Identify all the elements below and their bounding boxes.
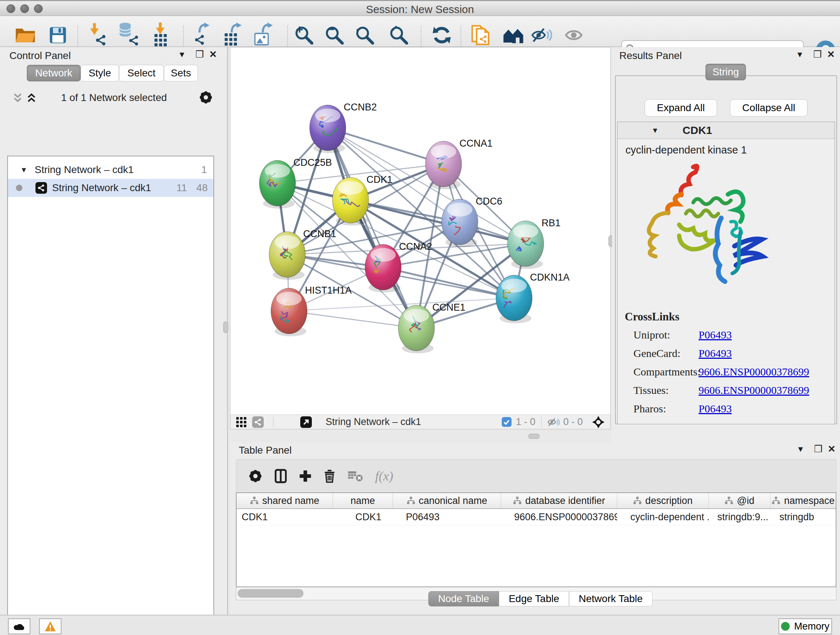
- grid-view-icon[interactable]: [236, 417, 246, 427]
- network-node-CCNA2[interactable]: CCNA2: [365, 241, 432, 293]
- warning-icon: [44, 621, 56, 632]
- selected-checkbox-icon[interactable]: [502, 417, 512, 427]
- tab-string[interactable]: String: [706, 64, 746, 80]
- delete-column-icon[interactable]: [324, 469, 335, 483]
- crosslink-value-link[interactable]: P06493: [699, 347, 732, 359]
- export-table-button[interactable]: [223, 24, 246, 47]
- gene-section-header[interactable]: ▼ CDK1: [617, 122, 835, 139]
- hide-selected-button[interactable]: [530, 24, 553, 47]
- open-in-window-icon[interactable]: [300, 416, 312, 428]
- panel-menu-icon[interactable]: ▼: [178, 50, 186, 59]
- close-panel-icon[interactable]: ✕: [828, 443, 836, 455]
- memory-label: Memory: [794, 621, 829, 632]
- hidden-eye-icon: [547, 417, 560, 427]
- collection-expand-icon[interactable]: ▼: [20, 166, 27, 174]
- node-label: CDKN1A: [530, 272, 570, 283]
- gene-name: CDK1: [683, 124, 712, 136]
- crosslink-value-link[interactable]: P06493: [699, 402, 732, 415]
- scrollbar-thumb[interactable]: [238, 589, 303, 598]
- tab-node-table[interactable]: Node Table: [428, 591, 499, 606]
- network-node-CCNB1[interactable]: CCNB1: [269, 228, 336, 280]
- section-collapse-icon[interactable]: ▼: [652, 126, 659, 135]
- birds-eye-view-icon[interactable]: [592, 416, 605, 428]
- string-network-badge-icon: [35, 182, 47, 194]
- collapse-all-button[interactable]: Collapse All: [730, 99, 807, 117]
- zoom-selected-button[interactable]: ✓: [387, 24, 410, 47]
- table-row[interactable]: CDK1 CDK1 P06493 9606.ENSP00000378699 cy…: [237, 509, 836, 525]
- column-header[interactable]: description: [617, 493, 708, 508]
- expand-all-button[interactable]: Expand All: [645, 99, 717, 117]
- network-edge[interactable]: [383, 267, 514, 298]
- network-node-CDK1[interactable]: CDK1: [332, 174, 393, 226]
- show-columns-icon[interactable]: [275, 469, 287, 483]
- column-header[interactable]: namespace: [771, 493, 836, 508]
- network-edge[interactable]: [328, 128, 416, 328]
- tab-network[interactable]: Network: [27, 65, 81, 81]
- network-options-gear-icon[interactable]: [199, 90, 213, 104]
- string-home-button[interactable]: [502, 24, 525, 47]
- export-network-button[interactable]: [192, 24, 215, 47]
- warnings-button[interactable]: [39, 618, 62, 634]
- node-label: CCNE1: [432, 302, 466, 313]
- crosslink-value-link[interactable]: 9606.ENSP00000378699: [699, 366, 809, 378]
- float-panel-icon[interactable]: ❒: [814, 443, 822, 455]
- column-header[interactable]: @id: [709, 493, 771, 508]
- memory-status-button[interactable]: Memory: [778, 618, 832, 634]
- refresh-view-button[interactable]: [430, 24, 453, 47]
- node-table[interactable]: shared name name canonical name database…: [236, 492, 836, 587]
- string-view-badge-icon[interactable]: [252, 416, 264, 428]
- crosslink-value-link[interactable]: 9606.ENSP00000378699: [699, 384, 809, 396]
- tab-network-table[interactable]: Network Table: [569, 591, 653, 606]
- network-collection-row[interactable]: ▼ String Network – cdk1 1: [8, 161, 213, 179]
- import-table-file-button[interactable]: [150, 24, 173, 47]
- left-splitter-handle[interactable]: [223, 321, 228, 333]
- network-node-CDKN1A[interactable]: CDKN1A: [496, 272, 570, 323]
- tab-sets[interactable]: Sets: [164, 65, 198, 81]
- tab-select[interactable]: Select: [119, 65, 164, 81]
- table-options-gear-icon[interactable]: [248, 469, 262, 483]
- save-session-button[interactable]: [46, 24, 69, 47]
- import-network-database-button[interactable]: [118, 24, 141, 47]
- table-type-tabs: Node Table Edge Table Network Table: [428, 591, 653, 606]
- crosslink-row: GeneCard:P06493: [633, 344, 835, 363]
- network-row-selected[interactable]: String Network – cdk1 11 48: [8, 179, 213, 197]
- network-node-HIST1H1A[interactable]: HIST1H1A: [271, 285, 352, 336]
- network-view-panel[interactable]: CCNB2CCNA1CDC25BCDK1CDC6RB1CCNB1CCNA2CDK…: [230, 47, 611, 429]
- close-panel-icon[interactable]: ✕: [209, 49, 217, 60]
- network-node-CCNB2[interactable]: CCNB2: [309, 102, 377, 153]
- table-toolbar: f(x): [236, 459, 836, 492]
- float-panel-icon[interactable]: ❒: [195, 49, 204, 60]
- clone-network-button[interactable]: [470, 24, 493, 47]
- zoom-in-button[interactable]: +: [292, 24, 316, 47]
- network-node-RB1[interactable]: RB1: [508, 218, 561, 269]
- crosslink-value-link[interactable]: P06493: [699, 329, 732, 340]
- column-header[interactable]: shared name: [237, 493, 333, 508]
- column-header[interactable]: database identifier: [501, 493, 617, 508]
- network-edge[interactable]: [289, 311, 416, 328]
- zoom-out-button[interactable]: −: [323, 24, 346, 47]
- panel-menu-icon[interactable]: ▼: [797, 445, 805, 454]
- horizontal-splitter-handle[interactable]: [528, 434, 540, 439]
- tab-edge-table[interactable]: Edge Table: [499, 591, 569, 606]
- column-header[interactable]: name: [333, 493, 393, 508]
- zoom-fit-content-button[interactable]: ⌐: [353, 24, 376, 47]
- toolbar-separator: [183, 25, 184, 46]
- cloud-status-button[interactable]: [8, 618, 30, 634]
- close-panel-icon[interactable]: ✕: [827, 49, 835, 60]
- open-session-button[interactable]: [14, 24, 37, 47]
- tab-style[interactable]: Style: [81, 65, 119, 81]
- network-canvas[interactable]: CCNB2CCNA1CDC25BCDK1CDC6RB1CCNB1CCNA2CDK…: [231, 48, 610, 415]
- network-node-CDC25B[interactable]: CDC25B: [259, 157, 332, 209]
- add-column-icon[interactable]: [299, 470, 311, 482]
- network-view-toolbar: String Network – cdk1 1 - 0 0 - 0: [231, 415, 610, 429]
- network-node-CCNE1[interactable]: CCNE1: [398, 302, 466, 353]
- network-node-CCNA1[interactable]: CCNA1: [425, 138, 493, 189]
- export-image-button[interactable]: [253, 24, 276, 47]
- panel-menu-icon[interactable]: ▼: [796, 50, 804, 59]
- float-panel-icon[interactable]: ❒: [813, 49, 821, 60]
- network-node-CDC6[interactable]: CDC6: [442, 196, 502, 247]
- show-all-button[interactable]: [562, 24, 585, 47]
- column-header[interactable]: canonical name: [393, 493, 501, 508]
- import-network-file-button[interactable]: [87, 24, 110, 47]
- table-panel: Table Panel ▼ ❒ ✕ f(x) shared name name …: [230, 442, 840, 615]
